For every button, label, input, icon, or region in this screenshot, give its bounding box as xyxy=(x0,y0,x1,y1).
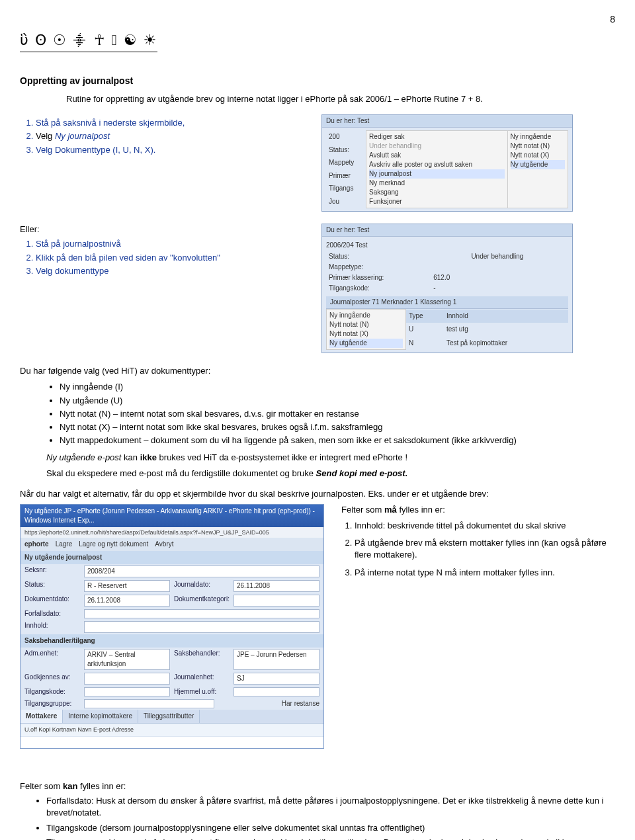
doctype-mappedokument: Nytt mappedokument – dokument som du vil… xyxy=(60,435,615,446)
saksbehandler-field[interactable]: JPE – Jorunn Pedersen xyxy=(233,649,319,670)
must-fields-list: Innhold: beskrivende tittel på dokumente… xyxy=(341,520,615,579)
ephorte-logo: ephorte xyxy=(24,540,49,549)
har-restanse-checkbox[interactable]: Har restanse xyxy=(282,699,319,708)
tab-mottakere[interactable]: Mottakere xyxy=(21,710,63,723)
steps-list-1: Stå på saksnivå i nederste skjermbilde, … xyxy=(20,117,314,156)
screenshot-new-jp-form: Ny utgående JP - ePhorte (Jorunn Pederse… xyxy=(20,504,324,749)
must-field-notat-n: På interne notat type N må intern mottak… xyxy=(355,567,615,579)
steps-list-2: Stå på journalpostnivå Klikk på den blå … xyxy=(20,238,314,277)
can-fields-intro: Felter som kan fylles inn er: xyxy=(20,780,615,792)
godkjennes-field[interactable] xyxy=(84,673,170,685)
can-field-tilgangskode: Tilgangskode (dersom journalpostopplysni… xyxy=(46,822,615,834)
step2-3: Velg dokumenttype xyxy=(36,265,314,277)
toolbar: ephorte Lagre Lagre og nytt dokument Avb… xyxy=(21,538,323,551)
screenshot-journalpost-level: Du er her: Test 2006/204 Test Status:Und… xyxy=(321,224,573,353)
dokumentdato-field[interactable]: 26.11.2008 xyxy=(84,595,170,607)
doctype-u: Ny utgående (U) xyxy=(60,395,615,407)
section-saksbehandler: Saksbehandler/tilgang xyxy=(21,634,323,648)
can-field-forfallsdato: Forfallsdato: Husk at dersom du ønsker å… xyxy=(46,795,615,819)
page-number: 8 xyxy=(20,13,615,26)
doctype-i: Ny inngående (I) xyxy=(60,381,615,393)
hjemmel-field[interactable] xyxy=(233,687,319,696)
must-field-innhold: Innhold: beskrivende tittel på dokumente… xyxy=(355,520,615,532)
step-1: Stå på saksnivå i nederste skjermbilde, xyxy=(36,117,314,129)
step2-2: Klikk på den blå pilen ved siden av "kon… xyxy=(36,252,314,264)
admenhet-field[interactable]: ARKIV – Sentral arkivfunksjon xyxy=(84,649,170,670)
step2-1: Stå på journalpostnivå xyxy=(36,238,314,250)
doctypes-intro: Du har følgende valg (ved HiT) av dokume… xyxy=(20,365,615,377)
must-field-mottaker: På utgående brev må ekstern mottaker fyl… xyxy=(355,537,615,561)
form-tabs: Mottakere Interne kopimottakere Tilleggs… xyxy=(21,710,323,723)
after-choice-paragraph: Når du har valgt et alternativ, får du o… xyxy=(20,488,615,500)
epost-warning-2: Skal du ekspedere med e-post må du ferdi… xyxy=(46,468,615,480)
can-fields-list: Forfallsdato: Husk at dersom du ønsker å… xyxy=(20,795,615,840)
journaldato-field[interactable]: 26.11.2008 xyxy=(233,580,319,592)
must-fields-intro: Felter som må fylles inn er: xyxy=(341,504,615,516)
tab-interne-kopimottakere[interactable]: Interne kopimottakere xyxy=(63,710,138,723)
header-logo-glyphs: ὓ ʘ ☉ ⸎ ☥ 𓀀 ☯ ☀ xyxy=(20,30,157,53)
innhold-field[interactable] xyxy=(84,621,319,633)
eller-label: Eller: xyxy=(20,224,314,235)
epost-warning-1: Ny utgående e-post kan ikke brukes ved H… xyxy=(46,452,615,464)
form-title: Ny utgående journalpost xyxy=(21,551,323,564)
mottakere-columns: U.off Kopi Kortnavn Navn E-post Adresse xyxy=(21,723,323,736)
window-titlebar: Ny utgående JP - ePhorte (Jorunn Pederse… xyxy=(21,505,323,527)
step-3: Velg Dokumenttype (I, U, N, X). xyxy=(36,144,314,156)
doctypes-list: Ny inngående (I) Ny utgående (U) Nytt no… xyxy=(20,381,615,446)
screenshot-new-journalpost-menu: Du er her: Test 200 Rediger sak Under be… xyxy=(321,114,573,212)
status-field[interactable]: R - Reservert xyxy=(84,580,170,592)
tilgangsgruppe-field[interactable] xyxy=(84,699,214,708)
tilgangskode-field[interactable] xyxy=(84,687,170,696)
step-2: Velg Ny journalpost xyxy=(36,130,314,142)
address-bar: https://ephorte02.uninett.no/hit/shared/… xyxy=(21,527,323,538)
seksnr-field[interactable]: 2008/204 xyxy=(84,566,319,577)
doctype-n: Nytt notat (N) – internt notat som skal … xyxy=(60,408,615,420)
dokumentkategori-field[interactable] xyxy=(233,595,319,607)
breadcrumb: Du er her: Test xyxy=(322,115,572,128)
forfallsdato-field[interactable] xyxy=(84,609,319,618)
journalenhet-field[interactable]: SJ xyxy=(233,673,319,685)
heading-main: Oppretting av journalpost xyxy=(20,75,615,88)
save-and-new-button[interactable]: Lagre og nytt dokument xyxy=(79,540,148,549)
tab-tilleggsattributter[interactable]: Tilleggsattributter xyxy=(138,710,200,723)
intro-paragraph: Rutine for oppretting av utgående brev o… xyxy=(66,93,615,105)
save-button[interactable]: Lagre xyxy=(56,540,73,549)
can-field-tilgangsgruppe: Tilgangsgruppe (dersom du f.eks. ønsker … xyxy=(46,837,615,840)
doctype-x: Nytt notat (X) – internt notat som ikke … xyxy=(60,421,615,433)
cancel-button[interactable]: Avbryt xyxy=(155,540,173,549)
